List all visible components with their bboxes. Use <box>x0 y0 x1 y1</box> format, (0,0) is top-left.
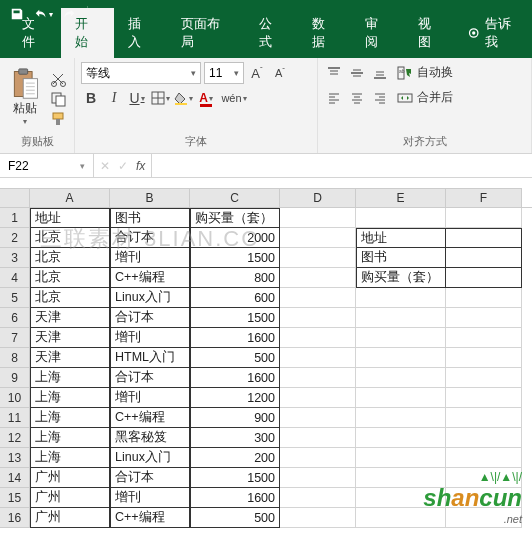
increase-font-button[interactable]: Aˆ <box>247 63 267 83</box>
cell[interactable] <box>356 348 446 368</box>
cell[interactable]: 合订本 <box>110 368 190 388</box>
cell[interactable] <box>356 448 446 468</box>
formula-bar[interactable] <box>151 154 532 177</box>
tab-file[interactable]: 文件 <box>8 8 61 58</box>
cell[interactable]: C++编程 <box>110 408 190 428</box>
italic-button[interactable]: I <box>104 88 124 108</box>
cell[interactable] <box>280 428 356 448</box>
cell[interactable]: 2000 <box>190 228 280 248</box>
merge-center-button[interactable]: 合并后 <box>393 87 457 108</box>
row-header[interactable]: 16 <box>0 508 30 528</box>
cell[interactable] <box>280 328 356 348</box>
cell[interactable] <box>356 428 446 448</box>
column-header[interactable]: E <box>356 188 446 207</box>
row-header[interactable]: 13 <box>0 448 30 468</box>
cell[interactable] <box>356 388 446 408</box>
cell[interactable]: 900 <box>190 408 280 428</box>
cell[interactable]: 1600 <box>190 328 280 348</box>
cell[interactable]: 购买量（套） <box>356 268 446 288</box>
cell[interactable]: 地址 <box>356 228 446 248</box>
cell[interactable] <box>280 248 356 268</box>
cell[interactable] <box>446 448 522 468</box>
cell[interactable]: 增刊 <box>110 248 190 268</box>
cell[interactable] <box>280 228 356 248</box>
cell[interactable]: Linux入门 <box>110 288 190 308</box>
cell[interactable]: 1600 <box>190 488 280 508</box>
cell[interactable] <box>280 448 356 468</box>
cell[interactable]: 300 <box>190 428 280 448</box>
cell[interactable]: C++编程 <box>110 508 190 528</box>
tab-review[interactable]: 审阅 <box>351 8 404 58</box>
cell[interactable] <box>356 468 446 488</box>
cell[interactable]: 上海 <box>30 368 110 388</box>
align-center-button[interactable] <box>347 88 367 108</box>
font-size-combo[interactable]: 11▾ <box>204 62 244 84</box>
cell[interactable] <box>446 288 522 308</box>
insert-function-button[interactable]: fx <box>136 159 145 173</box>
cell[interactable]: 广州 <box>30 508 110 528</box>
cell[interactable]: 北京 <box>30 268 110 288</box>
cell[interactable]: 上海 <box>30 448 110 468</box>
name-box[interactable]: F22▾ <box>0 154 94 177</box>
cancel-formula-button[interactable]: ✕ <box>100 159 110 173</box>
row-header[interactable]: 12 <box>0 428 30 448</box>
tab-insert[interactable]: 插入 <box>114 8 167 58</box>
row-header[interactable]: 2 <box>0 228 30 248</box>
cell[interactable] <box>446 508 522 528</box>
cell[interactable] <box>280 468 356 488</box>
cell[interactable] <box>356 208 446 228</box>
cell[interactable] <box>356 408 446 428</box>
cell[interactable]: HTML入门 <box>110 348 190 368</box>
align-bottom-button[interactable] <box>370 63 390 83</box>
column-header[interactable]: C <box>190 188 280 207</box>
cell[interactable] <box>446 248 522 268</box>
align-right-button[interactable] <box>370 88 390 108</box>
cell[interactable]: 1600 <box>190 368 280 388</box>
cell[interactable]: 广州 <box>30 468 110 488</box>
cell[interactable]: 购买量（套） <box>190 208 280 228</box>
cell[interactable]: 500 <box>190 508 280 528</box>
cell[interactable]: 上海 <box>30 428 110 448</box>
cell[interactable]: 1500 <box>190 308 280 328</box>
cell[interactable] <box>280 208 356 228</box>
cell[interactable]: 1200 <box>190 388 280 408</box>
row-header[interactable]: 1 <box>0 208 30 228</box>
row-header[interactable]: 3 <box>0 248 30 268</box>
cell[interactable]: 地址 <box>30 208 110 228</box>
cell[interactable]: 北京 <box>30 228 110 248</box>
cell[interactable]: 天津 <box>30 348 110 368</box>
cell[interactable]: 增刊 <box>110 328 190 348</box>
cell[interactable] <box>280 348 356 368</box>
cell[interactable] <box>446 308 522 328</box>
cell[interactable] <box>356 328 446 348</box>
cell[interactable]: 1500 <box>190 468 280 488</box>
cell[interactable]: 合订本 <box>110 468 190 488</box>
row-header[interactable]: 14 <box>0 468 30 488</box>
cell[interactable]: 黑客秘笈 <box>110 428 190 448</box>
column-header[interactable]: B <box>110 188 190 207</box>
font-name-combo[interactable]: 等线▾ <box>81 62 201 84</box>
cell[interactable]: 500 <box>190 348 280 368</box>
row-header[interactable]: 5 <box>0 288 30 308</box>
cell[interactable] <box>280 508 356 528</box>
cell[interactable]: 1500 <box>190 248 280 268</box>
column-header[interactable]: A <box>30 188 110 207</box>
cell[interactable] <box>280 308 356 328</box>
cell[interactable]: 北京 <box>30 248 110 268</box>
row-header[interactable]: 15 <box>0 488 30 508</box>
cell[interactable]: 600 <box>190 288 280 308</box>
cell[interactable] <box>446 488 522 508</box>
paste-button[interactable]: 粘贴 ▾ <box>6 66 44 128</box>
cell[interactable] <box>446 348 522 368</box>
cell[interactable]: 合订本 <box>110 308 190 328</box>
phonetic-button[interactable]: wén▾ <box>219 88 249 108</box>
tab-page-layout[interactable]: 页面布局 <box>167 8 245 58</box>
row-header[interactable]: 10 <box>0 388 30 408</box>
cell[interactable] <box>446 388 522 408</box>
cell[interactable]: 图书 <box>110 208 190 228</box>
cell[interactable] <box>446 268 522 288</box>
cell[interactable] <box>280 268 356 288</box>
cell[interactable] <box>446 328 522 348</box>
row-header[interactable]: 9 <box>0 368 30 388</box>
column-header[interactable]: F <box>446 188 522 207</box>
